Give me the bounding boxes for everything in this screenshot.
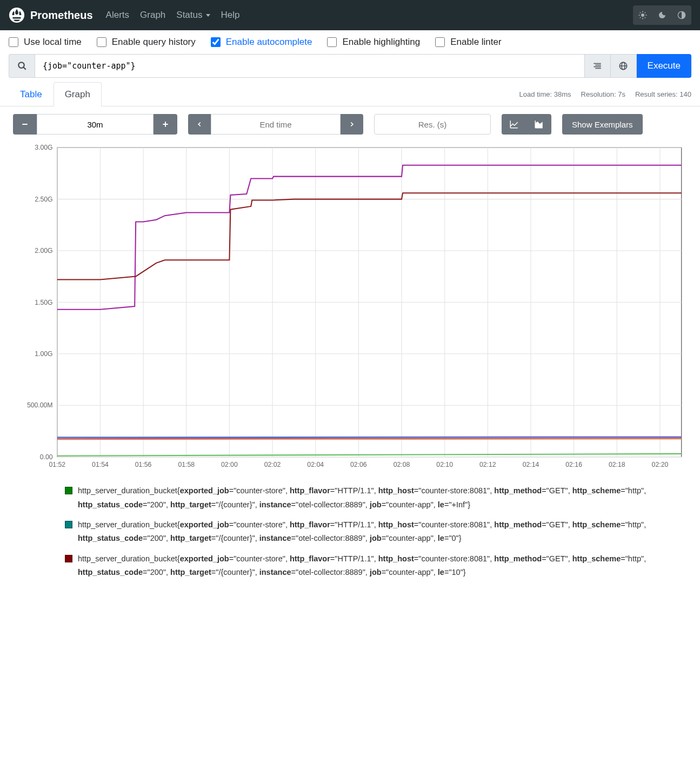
svg-text:1.00G: 1.00G — [35, 350, 52, 358]
time-forward-button[interactable] — [341, 114, 363, 135]
plus-icon — [161, 120, 170, 129]
theme-auto-button[interactable] — [672, 5, 691, 25]
svg-text:02:10: 02:10 — [436, 461, 453, 468]
svg-text:01:58: 01:58 — [178, 461, 195, 468]
opt-query-history[interactable]: Enable query history — [97, 37, 196, 48]
tab-graph[interactable]: Graph — [54, 82, 102, 106]
svg-text:02:12: 02:12 — [479, 461, 496, 468]
search-icon — [17, 61, 27, 71]
svg-text:01:52: 01:52 — [49, 461, 65, 468]
legend: http_server_duration_bucket{exported_job… — [0, 484, 700, 596]
legend-swatch — [65, 487, 72, 494]
nav-alerts[interactable]: Alerts — [106, 10, 129, 21]
area-chart-icon — [534, 119, 544, 129]
svg-text:0.00: 0.00 — [40, 453, 53, 461]
time-back-button[interactable] — [188, 114, 211, 135]
graph-controls: Show Exemplars — [0, 106, 700, 142]
svg-text:1.50G: 1.50G — [35, 299, 52, 306]
legend-text: http_server_duration_bucket{exported_job… — [78, 552, 668, 580]
opt-linter[interactable]: Enable linter — [435, 37, 502, 48]
metrics-explorer-button[interactable] — [9, 54, 35, 78]
globe-button[interactable] — [611, 54, 637, 78]
legend-swatch — [65, 521, 72, 528]
svg-text:02:16: 02:16 — [565, 461, 582, 468]
format-icon — [592, 61, 602, 71]
brand[interactable]: Prometheus — [9, 7, 93, 23]
execute-button[interactable]: Execute — [637, 54, 691, 78]
svg-line-8 — [640, 17, 641, 18]
chart[interactable]: 0.00500.00M1.00G1.50G2.00G2.50G3.00G01:5… — [0, 142, 700, 484]
nav-graph[interactable]: Graph — [140, 10, 165, 21]
show-exemplars-button[interactable]: Show Exemplars — [562, 114, 643, 135]
chevron-down-icon — [206, 14, 210, 17]
svg-text:01:54: 01:54 — [92, 461, 109, 468]
sun-icon — [638, 10, 648, 20]
svg-text:02:02: 02:02 — [264, 461, 281, 468]
minus-icon — [21, 120, 29, 129]
tabs-row: Table Graph Load time: 38ms Resolution: … — [0, 82, 700, 106]
endtime-input[interactable] — [211, 114, 341, 135]
nav-help[interactable]: Help — [221, 10, 240, 21]
prometheus-logo-icon — [9, 7, 25, 23]
brand-text: Prometheus — [30, 9, 93, 22]
svg-text:3.00G: 3.00G — [35, 144, 52, 151]
svg-line-12 — [23, 67, 26, 70]
svg-text:02:00: 02:00 — [221, 461, 238, 468]
legend-item[interactable]: http_server_duration_bucket{exported_job… — [65, 552, 668, 580]
svg-point-1 — [641, 14, 644, 17]
chevron-right-icon — [348, 120, 356, 128]
opt-highlighting[interactable]: Enable highlighting — [327, 37, 420, 48]
resolution-input[interactable] — [374, 114, 491, 135]
svg-line-9 — [645, 12, 646, 14]
svg-point-11 — [18, 62, 24, 68]
theme-light-button[interactable] — [633, 5, 652, 25]
globe-icon — [618, 61, 628, 71]
svg-line-6 — [640, 12, 641, 14]
range-input[interactable] — [37, 114, 154, 135]
moon-icon — [658, 11, 666, 19]
theme-dark-button[interactable] — [652, 5, 672, 25]
svg-text:2.00G: 2.00G — [35, 247, 52, 254]
opt-autocomplete[interactable]: Enable autocomplete — [211, 37, 312, 48]
legend-swatch — [65, 555, 72, 562]
legend-item[interactable]: http_server_duration_bucket{exported_job… — [65, 484, 668, 512]
query-input[interactable] — [35, 54, 585, 78]
svg-text:2.50G: 2.50G — [35, 196, 52, 203]
svg-text:02:18: 02:18 — [609, 461, 625, 468]
query-stats: Load time: 38ms Resolution: 7s Result se… — [519, 90, 691, 98]
svg-text:02:04: 02:04 — [307, 461, 324, 468]
legend-item[interactable]: http_server_duration_bucket{exported_job… — [65, 518, 668, 546]
stat-result-series: Result series: 140 — [635, 90, 691, 98]
svg-text:500.00M: 500.00M — [27, 401, 53, 409]
svg-text:01:56: 01:56 — [135, 461, 152, 468]
legend-text: http_server_duration_bucket{exported_job… — [78, 484, 668, 512]
chart-stacked-mode-button[interactable] — [526, 114, 551, 135]
svg-text:02:06: 02:06 — [350, 461, 367, 468]
navbar: Prometheus Alerts Graph Status Help — [0, 0, 700, 30]
tab-table[interactable]: Table — [9, 82, 54, 106]
opt-local-time[interactable]: Use local time — [9, 37, 82, 48]
range-decrease-button[interactable] — [13, 114, 37, 135]
format-button[interactable] — [585, 54, 611, 78]
chevron-left-icon — [196, 120, 203, 128]
svg-line-7 — [645, 17, 646, 18]
svg-text:02:14: 02:14 — [523, 461, 539, 468]
theme-toggles — [633, 5, 691, 25]
stat-load-time: Load time: 38ms — [519, 90, 571, 98]
svg-text:02:20: 02:20 — [652, 461, 669, 468]
options-bar: Use local time Enable query history Enab… — [0, 30, 700, 54]
chart-line-mode-button[interactable] — [502, 114, 526, 135]
legend-text: http_server_duration_bucket{exported_job… — [78, 518, 668, 546]
timeseries-chart[interactable]: 0.00500.00M1.00G1.50G2.00G2.50G3.00G01:5… — [13, 142, 687, 473]
line-chart-icon — [509, 119, 519, 129]
nav-status[interactable]: Status — [176, 10, 210, 21]
contrast-icon — [677, 11, 686, 19]
svg-text:02:08: 02:08 — [394, 461, 410, 468]
stat-resolution: Resolution: 7s — [581, 90, 625, 98]
query-bar: Execute — [0, 54, 700, 82]
range-increase-button[interactable] — [154, 114, 177, 135]
